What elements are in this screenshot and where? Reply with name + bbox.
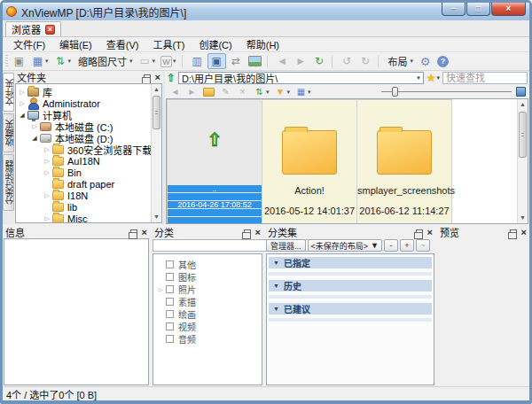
chevron-down-icon[interactable]: ▾ bbox=[286, 89, 291, 96]
tree-item[interactable]: ▷ AuI18N bbox=[18, 155, 149, 167]
chevron-down-icon[interactable]: ▾ bbox=[436, 74, 440, 82]
viewer-button[interactable]: ▣ bbox=[11, 53, 27, 69]
close-panel-icon[interactable]: × bbox=[521, 228, 527, 237]
scroll-up-icon[interactable]: ▲ bbox=[152, 84, 161, 95]
close-panel-icon[interactable]: × bbox=[427, 228, 433, 237]
remove-button[interactable]: - bbox=[384, 239, 398, 252]
rotate-left-button[interactable]: ↺ bbox=[339, 53, 356, 69]
section-header[interactable]: ▼ 已指定 bbox=[269, 257, 432, 268]
float-panel-icon[interactable] bbox=[144, 74, 151, 81]
menu-item[interactable]: 工具(T) bbox=[145, 36, 192, 52]
thumbnail-item[interactable]: Action! 2016-05-12 14:01:37 Action! 2016… bbox=[262, 99, 357, 223]
tab-browser[interactable]: 浏览器 × bbox=[5, 21, 61, 36]
category-checkbox[interactable] bbox=[166, 335, 174, 343]
help-button[interactable]: ? bbox=[435, 53, 450, 69]
thumbnail-item[interactable]: smplayer_screenshots 2016-06-12 11:14:27… bbox=[356, 99, 452, 223]
close-panel-icon[interactable]: × bbox=[255, 228, 261, 237]
scroll-down-icon[interactable]: ▼ bbox=[152, 212, 161, 222]
rotate-right-button[interactable]: ↻ bbox=[357, 53, 374, 69]
sort-button[interactable]: ⇅ ▾ bbox=[52, 53, 74, 69]
thumbnail-size-slider[interactable] bbox=[381, 87, 512, 97]
thumbnail-size-button[interactable]: 缩略图尺寸 ▾ bbox=[74, 53, 135, 69]
layout-combobox[interactable]: <未保存的布局> ▼ bbox=[308, 239, 382, 252]
category-checkbox[interactable] bbox=[166, 322, 174, 330]
category-row[interactable]: 图标 bbox=[153, 270, 262, 283]
close-panel-icon[interactable]: × bbox=[155, 73, 160, 82]
expander-icon[interactable]: ▷ bbox=[159, 286, 166, 292]
category-row[interactable]: 视频 bbox=[153, 320, 262, 332]
chevron-down-icon[interactable]: ▾ bbox=[67, 58, 72, 65]
sort-button[interactable]: ⇅ ▾ bbox=[252, 86, 271, 98]
chevron-down-icon[interactable]: ▾ bbox=[44, 58, 49, 65]
layout-button[interactable]: 布局 ▾ bbox=[385, 53, 416, 69]
tree-item[interactable]: ▷ Misc bbox=[18, 213, 149, 223]
chevron-down-icon[interactable]: ▾ bbox=[265, 89, 270, 96]
tree-item[interactable]: lib bbox=[18, 201, 149, 213]
forward-button[interactable]: ► bbox=[293, 53, 309, 69]
collapse-icon[interactable]: ▼ bbox=[273, 283, 279, 289]
scrollbar-thumb[interactable] bbox=[153, 96, 160, 129]
chevron-down-icon[interactable]: ▾ bbox=[410, 58, 414, 65]
section-header[interactable]: ▼ 历史 bbox=[269, 280, 432, 291]
slideshow-button[interactable]: ▭ ▾ bbox=[137, 53, 158, 69]
web-button[interactable]: W ▾ bbox=[159, 53, 178, 69]
path-combobox[interactable]: D:\用户目录\我的图片\ ▾ bbox=[178, 72, 424, 84]
separator[interactable] bbox=[378, 55, 381, 68]
manager-button[interactable]: 管理器... bbox=[266, 239, 306, 252]
left-dock-tab[interactable]: 分类过滤器 bbox=[3, 154, 14, 211]
scroll-down-icon[interactable]: ▼ bbox=[518, 213, 528, 223]
refresh-button[interactable]: ↻ bbox=[311, 53, 328, 69]
tree-scrollbar[interactable]: ▲ ▼ bbox=[151, 84, 161, 222]
go-up-icon[interactable]: ⇧ bbox=[167, 73, 176, 83]
delete-button[interactable]: × bbox=[235, 86, 250, 98]
maximize-button[interactable]: □ bbox=[466, 3, 490, 16]
menu-item[interactable]: 编辑(E) bbox=[52, 36, 99, 52]
tree-item[interactable]: ▷ 360安全浏览器下载 bbox=[18, 144, 149, 155]
section-header[interactable]: ▼ 已建议 bbox=[269, 303, 432, 315]
filter-button[interactable]: ▼ ▾ bbox=[273, 86, 293, 98]
collapse-icon[interactable]: ▼ bbox=[273, 260, 279, 266]
menu-item[interactable]: 查看(V) bbox=[99, 36, 146, 52]
batch-convert-button[interactable]: ⇄ bbox=[228, 53, 245, 69]
extra-button[interactable]: ~ bbox=[416, 239, 430, 252]
category-checkbox[interactable] bbox=[166, 273, 174, 281]
menu-item[interactable]: 创建(C) bbox=[192, 36, 239, 52]
category-checkbox[interactable] bbox=[166, 285, 174, 293]
float-panel-icon[interactable] bbox=[130, 229, 137, 236]
separator[interactable] bbox=[182, 55, 185, 68]
float-panel-icon[interactable] bbox=[510, 229, 517, 236]
tree-item[interactable]: ▷ Administrator bbox=[18, 97, 149, 109]
close-panel-icon[interactable]: × bbox=[142, 228, 147, 237]
category-row[interactable]: 绘画 bbox=[153, 307, 262, 320]
category-checkbox[interactable] bbox=[166, 298, 174, 306]
title-bar[interactable]: XnViewMP [D:\用户目录\我的图片\] – □ × bbox=[3, 3, 529, 20]
view-mode-button[interactable]: ▦ ▾ bbox=[293, 86, 313, 98]
expander-icon[interactable]: ◢ bbox=[18, 112, 27, 119]
slider-handle[interactable] bbox=[392, 87, 398, 97]
back-button[interactable]: ◄ bbox=[274, 53, 291, 69]
add-button[interactable]: + bbox=[400, 239, 414, 252]
favorites-button[interactable]: ★ ▾ bbox=[426, 73, 440, 83]
float-panel-icon[interactable] bbox=[244, 229, 251, 236]
chevron-down-icon[interactable]: ▾ bbox=[129, 58, 133, 65]
thumbs-scrollbar[interactable]: ▲ ▼ bbox=[517, 99, 528, 223]
tree-item[interactable]: ▷ I18N bbox=[18, 190, 149, 201]
expander-icon[interactable]: ▷ bbox=[30, 123, 39, 130]
category-row[interactable]: ▷ 照片 bbox=[153, 283, 262, 295]
expander-icon[interactable]: ▷ bbox=[43, 192, 51, 199]
capture-button[interactable]: ▣ bbox=[207, 53, 226, 69]
category-row[interactable]: 素描 bbox=[153, 295, 262, 307]
expander-icon[interactable]: ▷ bbox=[43, 146, 51, 153]
left-dock-tab[interactable]: 文件夹 bbox=[3, 73, 14, 112]
chevron-down-icon[interactable]: ▾ bbox=[172, 58, 176, 65]
tree-item[interactable]: ▷ 库 bbox=[18, 86, 149, 97]
thumbnail-item[interactable]: ⇧ .. 2016-04-26 17:08:52 bbox=[167, 99, 262, 223]
category-checkbox[interactable] bbox=[166, 310, 174, 318]
separator[interactable] bbox=[267, 55, 270, 68]
thumbnail-view-button[interactable]: ▦ ▾ bbox=[29, 53, 51, 69]
view-size-icon[interactable] bbox=[516, 87, 526, 97]
tree-item[interactable]: ▷ Bin bbox=[18, 167, 149, 178]
back-button[interactable]: ◄ bbox=[168, 86, 183, 98]
collapse-icon[interactable]: ▼ bbox=[273, 306, 279, 312]
quick-search-input[interactable] bbox=[442, 72, 528, 84]
